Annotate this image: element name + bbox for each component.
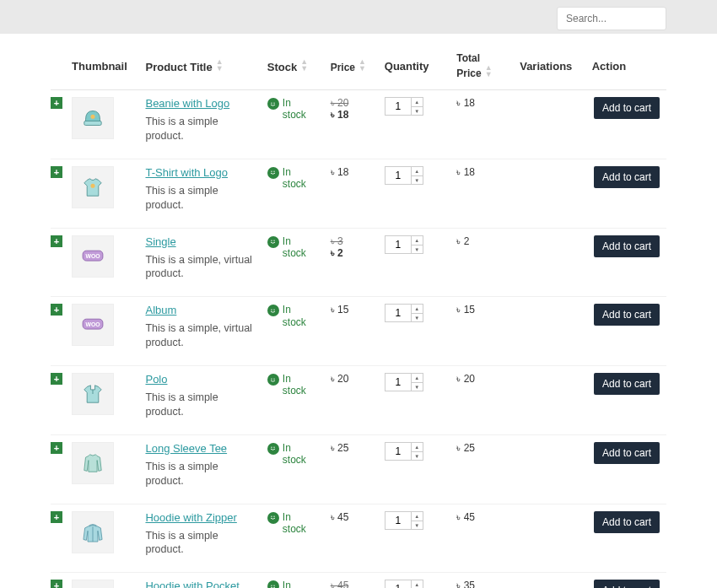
total-price: ৳ 18 [456, 97, 475, 109]
col-variations[interactable]: Variations [513, 42, 585, 90]
add-to-cart-button[interactable]: Add to cart [594, 97, 660, 119]
qty-up-icon[interactable]: ▲ [412, 580, 423, 588]
product-thumbnail[interactable]: WOO [72, 235, 114, 278]
total-price: ৳ 2 [456, 235, 469, 247]
col-stock[interactable]: Stock▲▼ [261, 42, 324, 90]
quantity-input[interactable] [385, 236, 411, 253]
quantity-stepper[interactable]: ▲▼ [385, 166, 423, 185]
add-to-cart-button[interactable]: Add to cart [594, 442, 660, 464]
add-to-cart-button[interactable]: Add to cart [594, 580, 660, 588]
qty-down-icon[interactable]: ▼ [412, 521, 423, 530]
qty-down-icon[interactable]: ▼ [412, 176, 423, 185]
col-total[interactable]: Total Price▲▼ [450, 42, 513, 90]
product-link[interactable]: Album [145, 304, 176, 316]
col-price[interactable]: Price▲▼ [324, 42, 378, 90]
quantity-input[interactable] [385, 167, 411, 184]
svg-point-22 [274, 515, 275, 516]
product-link[interactable]: Beanie with Logo [145, 97, 229, 110]
product-description: This is a simple product. [145, 184, 253, 213]
col-quantity[interactable]: Quantity [378, 42, 450, 90]
quantity-stepper[interactable]: ▲▼ [385, 304, 423, 322]
qty-up-icon[interactable]: ▲ [412, 443, 423, 452]
qty-up-icon[interactable]: ▲ [412, 374, 423, 383]
product-link[interactable]: T-Shirt with Logo [145, 166, 228, 179]
variations-cell [513, 90, 585, 159]
table-row: +T-Shirt with LogoThis is a simple produ… [51, 159, 666, 228]
add-to-cart-button[interactable]: Add to cart [594, 304, 660, 326]
product-link[interactable]: Hoodie with Pocket [145, 580, 239, 588]
col-action[interactable]: Action [585, 42, 666, 90]
search-input[interactable] [557, 7, 666, 30]
table-row: +Long Sleeve TeeThis is a simple product… [51, 434, 666, 504]
product-thumbnail[interactable] [72, 166, 114, 208]
qty-up-icon[interactable]: ▲ [412, 167, 423, 176]
product-thumbnail[interactable] [72, 442, 114, 484]
qty-down-icon[interactable]: ▼ [412, 107, 423, 116]
total-price: ৳ 20 [456, 373, 475, 385]
price-new: ৳ 2 [331, 247, 371, 259]
qty-up-icon[interactable]: ▲ [412, 512, 423, 521]
product-description: This is a simple product. [145, 460, 253, 488]
expand-button[interactable]: + [51, 511, 62, 523]
quantity-stepper[interactable]: ▲▼ [385, 235, 423, 254]
qty-down-icon[interactable]: ▼ [412, 452, 423, 461]
quantity-input[interactable] [385, 374, 411, 391]
expand-button[interactable]: + [51, 373, 62, 385]
quantity-stepper[interactable]: ▲▼ [385, 511, 423, 530]
quantity-input[interactable] [385, 98, 411, 115]
expand-button[interactable]: + [51, 442, 62, 454]
product-thumbnail[interactable] [72, 511, 114, 553]
expand-button[interactable]: + [51, 235, 62, 247]
add-to-cart-button[interactable]: Add to cart [594, 166, 660, 188]
expand-button[interactable]: + [51, 166, 62, 178]
qty-down-icon[interactable]: ▼ [412, 314, 423, 322]
product-link[interactable]: Hoodie with Zipper [145, 511, 236, 524]
quantity-input[interactable] [385, 580, 411, 588]
qty-down-icon[interactable]: ▼ [412, 245, 423, 254]
col-thumbnail[interactable]: Thumbnail [65, 42, 138, 90]
product-table: Thumbnail Product Title▲▼ Stock▲▼ Price▲… [51, 42, 666, 588]
stock-text: In stock [283, 97, 317, 121]
product-link[interactable]: Polo [145, 373, 167, 386]
variations-cell [513, 434, 585, 504]
product-link[interactable]: Single [145, 235, 175, 248]
sort-icon: ▲▼ [485, 64, 493, 78]
product-thumbnail[interactable] [72, 97, 114, 139]
quantity-input[interactable] [385, 443, 411, 460]
add-to-cart-button[interactable]: Add to cart [594, 511, 660, 533]
qty-up-icon[interactable]: ▲ [412, 236, 423, 245]
product-description: This is a simple, virtual product. [145, 321, 253, 350]
price: ৳ 45 [331, 511, 349, 523]
add-to-cart-button[interactable]: Add to cart [594, 373, 660, 395]
top-bar [0, 0, 717, 34]
product-thumbnail[interactable]: WOO [72, 304, 114, 346]
quantity-stepper[interactable]: ▲▼ [385, 97, 423, 116]
expand-button[interactable]: + [51, 304, 62, 316]
qty-down-icon[interactable]: ▼ [412, 383, 423, 391]
stock-status: In stock [267, 580, 317, 588]
total-price: ৳ 35 [456, 580, 475, 588]
smile-icon [267, 443, 279, 455]
col-expand [51, 42, 65, 90]
variations-cell [513, 366, 585, 435]
qty-up-icon[interactable]: ▲ [412, 98, 423, 107]
product-link[interactable]: Long Sleeve Tee [145, 442, 227, 455]
svg-point-25 [274, 585, 275, 585]
quantity-stepper[interactable]: ▲▼ [385, 580, 423, 588]
stock-text: In stock [283, 166, 317, 191]
expand-button[interactable]: + [51, 97, 62, 109]
product-thumbnail[interactable] [72, 580, 114, 588]
quantity-stepper[interactable]: ▲▼ [385, 442, 423, 461]
search-wrap [557, 7, 666, 30]
quantity-input[interactable] [385, 305, 411, 321]
qty-up-icon[interactable]: ▲ [412, 305, 423, 314]
quantity-input[interactable] [385, 512, 411, 529]
price: ৳ 25 [331, 442, 349, 454]
add-to-cart-button[interactable]: Add to cart [594, 235, 660, 257]
expand-button[interactable]: + [51, 580, 62, 588]
total-price: ৳ 25 [456, 442, 475, 454]
stock-status: In stock [267, 442, 317, 467]
quantity-stepper[interactable]: ▲▼ [385, 373, 423, 391]
col-title[interactable]: Product Title▲▼ [138, 42, 260, 90]
product-thumbnail[interactable] [72, 373, 114, 415]
